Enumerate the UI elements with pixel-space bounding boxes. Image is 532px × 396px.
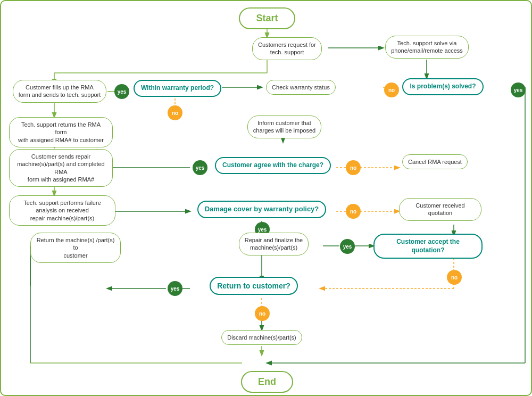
yes-circle-quotation: yes <box>340 239 355 254</box>
tech-support-solve-label: Tech. support solve viaphone/email/remot… <box>385 36 469 59</box>
customer-fills-node: Customer fills up the RMAform and sends … <box>9 80 110 103</box>
tech-returns-rma-label: Tech. support returns the RMA formwith a… <box>9 117 113 147</box>
yes-circle-problem-solved: yes <box>511 82 526 97</box>
customer-received-quotation-node: Customer received quotation <box>399 198 481 221</box>
yes-circle-return: yes <box>168 281 182 296</box>
inform-customer-label: Inform customer thatcharges will be impo… <box>247 116 321 138</box>
inform-customer-node: Inform customer thatcharges will be impo… <box>243 116 326 138</box>
return-machine-node: Return the machine(s) /part(s) tocustome… <box>30 233 121 263</box>
discard-label: Discard machine(s)/part(s) <box>221 330 302 345</box>
customer-accept-node: Customer accept the quotation? <box>373 234 483 259</box>
is-problem-solved-node: Is problem(s) solved? <box>399 78 487 95</box>
discard-node: Discard machine(s)/part(s) <box>211 330 312 345</box>
customer-fills-label: Customer fills up the RMAform and sends … <box>13 80 107 103</box>
start-node: Start <box>209 7 326 29</box>
customer-received-quotation-label: Customer received quotation <box>399 198 481 221</box>
is-problem-solved-label: Is problem(s) solved? <box>402 78 483 95</box>
customers-request-label: Customers request fortech. support <box>252 37 322 60</box>
check-warranty-node: Check warranty status <box>262 80 339 95</box>
tech-performs-node: Tech. support performs failure analysis … <box>9 195 115 226</box>
yes-circle-agree: yes <box>193 160 207 175</box>
damage-cover-node: Damage cover by warranty policy? <box>190 201 334 218</box>
check-warranty-label: Check warranty status <box>266 80 336 95</box>
no-circle-return: no <box>255 306 270 321</box>
flowchart-canvas: Start Customers request fortech. support… <box>0 0 532 396</box>
no-circle-agree: no <box>346 160 361 175</box>
repair-finalize-node: Repair and finalize themachine(s)/part(s… <box>222 233 326 255</box>
return-to-customer-label: Return to customer? <box>210 277 298 295</box>
yes-circle-warranty: yes <box>114 84 129 99</box>
customer-agree-label: Customer agree with the charge? <box>215 157 331 174</box>
end-node: End <box>209 371 326 393</box>
no-circle-check-warranty: no <box>384 82 399 97</box>
customer-sends-node: Customer sends repairmachine(s)/part(s) … <box>9 149 113 187</box>
tech-support-solve-node: Tech. support solve viaphone/email/remot… <box>383 36 471 59</box>
no-circle-damage: no <box>346 204 361 219</box>
return-machine-label: Return the machine(s) /part(s) tocustome… <box>30 233 121 263</box>
within-warranty-label: Within warranty period? <box>134 80 221 97</box>
tech-returns-rma-node: Tech. support returns the RMA formwith a… <box>9 117 113 147</box>
cancel-rma-node: Cancel RMA request <box>399 154 471 169</box>
damage-cover-label: Damage cover by warranty policy? <box>197 201 327 218</box>
cancel-rma-label: Cancel RMA request <box>402 154 468 169</box>
no-circle-within-warranty: no <box>168 105 182 120</box>
within-warranty-node: Within warranty period? <box>131 80 224 97</box>
customer-sends-label: Customer sends repairmachine(s)/part(s) … <box>9 149 113 187</box>
repair-finalize-label: Repair and finalize themachine(s)/part(s… <box>239 233 309 255</box>
tech-performs-label: Tech. support performs failure analysis … <box>9 195 115 226</box>
no-circle-accept: no <box>447 270 462 285</box>
customer-agree-node: Customer agree with the charge? <box>206 157 339 174</box>
customers-request-node: Customers request fortech. support <box>246 37 328 60</box>
return-to-customer-node: Return to customer? <box>190 277 318 295</box>
customer-accept-label: Customer accept the quotation? <box>373 234 483 259</box>
